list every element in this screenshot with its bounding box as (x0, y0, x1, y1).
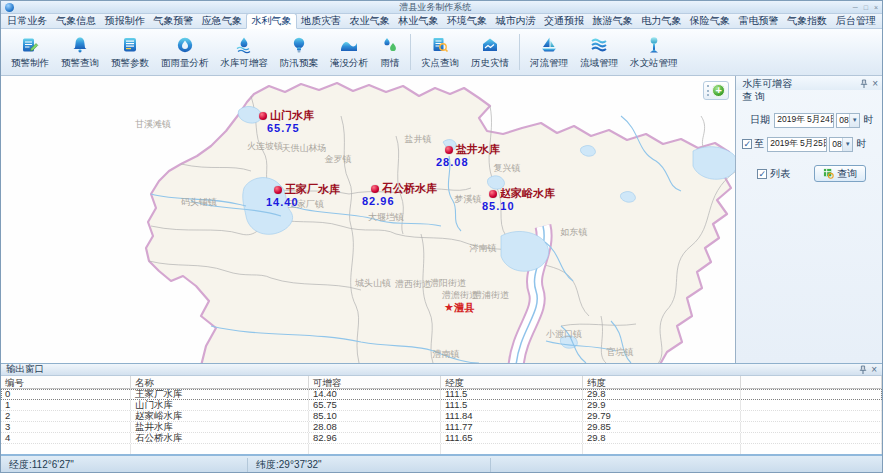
hour-from-select[interactable]: 08 ▼ (836, 113, 860, 128)
toolbar-button-river-boat[interactable]: 河流管理 (524, 30, 574, 74)
rain-drops-icon (380, 34, 400, 56)
hour-to-select[interactable]: 08 ▼ (829, 137, 853, 152)
menu-tab-18[interactable]: 后台管理 (831, 14, 880, 28)
date-from-select[interactable]: 2019年 5月24日 ▼ (774, 113, 834, 128)
reservoir-marker[interactable] (274, 186, 282, 194)
reservoir-marker[interactable] (371, 185, 379, 193)
reservoir-name-label: 山门水库 (270, 108, 314, 123)
minimize-icon[interactable]: ─ (853, 4, 858, 11)
toolbar-button-disaster-search[interactable]: 灾点查询 (415, 30, 465, 74)
menu-tab-5[interactable]: 应急气象 (197, 14, 246, 28)
list-checkbox[interactable]: ✓ (757, 169, 767, 179)
table-cell: 14.40 (309, 389, 441, 399)
toolbar-button-label: 预警查询 (61, 57, 99, 70)
toolbar-button-basin-waves[interactable]: 流域管理 (574, 30, 624, 74)
table-empty-area (1, 444, 882, 454)
table-row[interactable]: 0王家厂水库14.40111.529.8 (1, 389, 882, 400)
table-body: 0王家厂水库14.40111.529.81山门水库65.75111.529.92… (1, 389, 882, 454)
panel-close-icon[interactable]: × (871, 365, 877, 375)
table-column-header[interactable]: 可增容 (309, 376, 441, 389)
chevron-down-icon: ▼ (842, 138, 852, 151)
table-cell: 111.84 (441, 411, 583, 421)
menu-tab-10[interactable]: 环境气象 (442, 14, 491, 28)
submerge-wave-icon (339, 34, 359, 56)
menu-tab-1[interactable]: 日常业务 (3, 14, 52, 28)
table-row[interactable]: 3盐井水库28.08111.7729.85 (1, 422, 882, 433)
table-cell: 28.08 (309, 422, 441, 432)
table-cell: 65.75 (309, 400, 441, 410)
reservoir-capacity-value: 14.40 (266, 196, 299, 208)
table-cell: 2 (1, 411, 131, 421)
menu-tab-2[interactable]: 气象信息 (52, 14, 101, 28)
toolbar-button-flood-plan-bulb[interactable]: 防汛预案 (274, 30, 324, 74)
menu-tab-6[interactable]: 水利气象 (246, 13, 297, 29)
reservoir-marker[interactable] (259, 112, 267, 120)
to-checkbox[interactable]: ✓ (742, 139, 752, 149)
toolbar-separator (410, 34, 411, 70)
maximize-icon[interactable]: □ (864, 4, 868, 11)
reservoir-name-label: 盐井水库 (456, 142, 500, 157)
output-panel-title: 输出窗口 (6, 363, 859, 376)
panel-close-icon[interactable]: × (872, 79, 878, 89)
toolbar-button-history-disaster[interactable]: 历史灾情 (465, 30, 515, 74)
table-row[interactable]: 4石公桥水库82.96111.6529.8 (1, 433, 882, 444)
to-label: 至 (754, 137, 764, 151)
table-row[interactable]: 1山门水库65.75111.529.9 (1, 400, 882, 411)
table-column-header[interactable]: 编号 (1, 376, 131, 389)
menu-tab-8[interactable]: 农业气象 (345, 14, 394, 28)
menu-tab-15[interactable]: 保险气象 (686, 14, 735, 28)
table-column-header[interactable]: 名称 (131, 376, 309, 389)
close-icon[interactable]: × (874, 4, 878, 11)
table-row[interactable]: 2赵家峪水库85.10111.8429.79 (1, 411, 882, 422)
table-cell: 29.85 (583, 422, 741, 432)
toolbar-button-submerge-wave[interactable]: 淹没分析 (324, 30, 374, 74)
toolbar-button-hydro-station[interactable]: 水文站管理 (624, 30, 684, 74)
reservoir-marker[interactable] (445, 146, 453, 154)
menu-tab-9[interactable]: 林业气象 (394, 14, 443, 28)
disaster-search-icon (430, 34, 450, 56)
toolbar-button-warning-bell[interactable]: 预警查询 (55, 30, 105, 74)
toolbar-button-label: 面雨量分析 (161, 57, 209, 70)
status-latitude: 纬度:29°37'32" (248, 458, 491, 472)
pin-icon[interactable] (860, 79, 868, 89)
reservoir-capacity-value: 85.10 (482, 200, 515, 212)
reservoir-capacity-value: 28.08 (436, 156, 469, 168)
side-panel-subtitle: 查 询 (736, 90, 882, 103)
date-to-select[interactable]: 2019年 5月25日 ▼ (767, 137, 827, 152)
table-column-header[interactable]: 经度 (441, 376, 583, 389)
date-from-value: 2019年 5月24日 (777, 114, 834, 126)
rain-analysis-icon (175, 34, 195, 56)
menu-tab-14[interactable]: 电力气象 (637, 14, 686, 28)
menu-tab-11[interactable]: 城市内涝 (491, 14, 540, 28)
table-header: 编号名称可增容经度纬度 (1, 376, 882, 389)
table-column-header[interactable]: 纬度 (583, 376, 741, 389)
map-floating-toolbar: + (703, 81, 729, 100)
hour-to-value: 08 (832, 139, 841, 149)
menu-tab-3[interactable]: 预报制作 (100, 14, 149, 28)
reservoir-name-label: 石公桥水库 (382, 181, 437, 196)
menu-tab-16[interactable]: 雷电预警 (734, 14, 783, 28)
app-window: 澧县业务制作系统 ─ □ × 日常业务气象信息预报制作气象预警应急气象水利气象地… (0, 0, 883, 473)
toolbar-button-warning-params[interactable]: 预警参数 (105, 30, 155, 74)
drag-handle-icon[interactable] (707, 85, 709, 96)
add-zoom-button[interactable]: + (712, 84, 725, 97)
toolbar-button-reservoir-capacity[interactable]: 水库可增容 (215, 30, 275, 74)
toolbar-button-warning-edit[interactable]: 预警制作 (5, 30, 55, 74)
basin-waves-icon (589, 34, 609, 56)
menu-tab-13[interactable]: 旅游气象 (588, 14, 637, 28)
menu-tab-7[interactable]: 地质灾害 (297, 14, 346, 28)
toolbar-button-rain-analysis[interactable]: 面雨量分析 (155, 30, 215, 74)
map-area[interactable]: + 甘溪滩镇火连坡镇天供山林场金罗镇盐井镇复兴镇码头铺镇王家厂镇梦溪镇大堰垱镇涔… (1, 76, 736, 363)
title-bar: 澧县业务制作系统 ─ □ × (1, 1, 882, 14)
pin-icon[interactable] (859, 365, 867, 375)
menu-tab-12[interactable]: 交通预报 (540, 14, 589, 28)
toolbar-button-rain-drops[interactable]: 雨情 (374, 30, 406, 74)
toolbar-button-label: 淹没分析 (330, 57, 368, 70)
table-cell: 王家厂水库 (131, 389, 309, 399)
table-cell: 111.5 (441, 400, 583, 410)
menu-tab-4[interactable]: 气象预警 (149, 14, 198, 28)
menu-tabs: 日常业务气象信息预报制作气象预警应急气象水利气象地质灾害农业气象林业气象环境气象… (1, 14, 882, 29)
reservoir-marker[interactable] (489, 190, 497, 198)
query-button[interactable]: 查询 (814, 165, 866, 182)
menu-tab-17[interactable]: 气象指数 (783, 14, 832, 28)
